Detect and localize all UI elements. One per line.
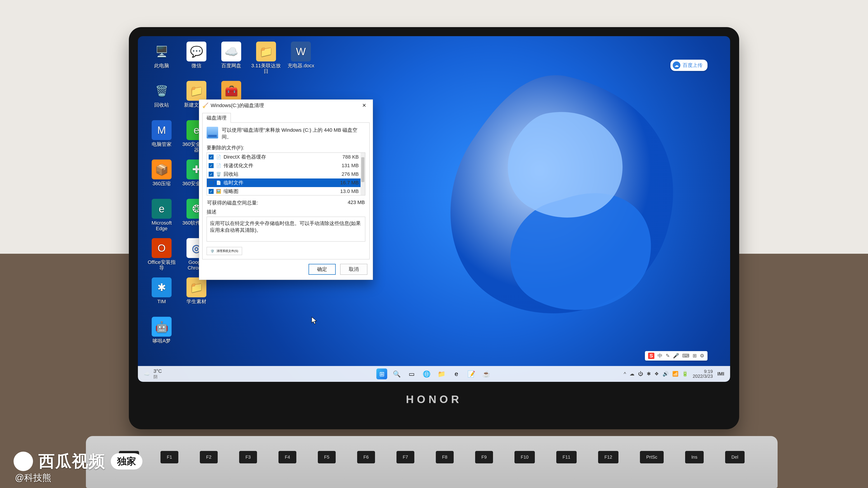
file-item-checkbox[interactable]: ✓: [209, 163, 214, 168]
laptop-base: EscF1F2F3F4F5F6F7F8F9F10F11F12PrtScInsDe…: [86, 436, 778, 488]
desktop-icon[interactable]: ✱TIM: [145, 278, 179, 316]
taskbar-app-button[interactable]: 🌐: [421, 368, 432, 379]
files-listbox[interactable]: ✓📄DirectX 着色器缓存788 KB✓📄传递优化文件131 MB✓🗑️回收…: [207, 153, 365, 195]
file-item-checkbox[interactable]: ✓: [209, 155, 214, 160]
desktop-icon[interactable]: eMicrosoft Edge: [145, 199, 179, 237]
desktop-icon[interactable]: OOffice安装指导: [145, 238, 179, 276]
watermark-site: 西瓜视频: [38, 451, 105, 472]
tray-icon[interactable]: ⏻: [638, 371, 643, 377]
tray-icon[interactable]: 🔋: [682, 371, 688, 377]
taskbar-app-button[interactable]: 📝: [466, 368, 477, 379]
cancel-button[interactable]: 取消: [340, 264, 367, 275]
dialog-tabstrip: 磁盘清理: [199, 111, 373, 123]
desktop-icon[interactable]: 🤖哆啦A梦: [145, 317, 179, 355]
ime-item[interactable]: 中: [657, 352, 662, 359]
file-list-item[interactable]: 📄临时文件16.7 MB: [207, 178, 365, 187]
desktop-icon-label: TIM: [157, 299, 166, 304]
desktop-icon-label: 百度网盘: [221, 63, 241, 68]
taskbar-app-button[interactable]: ☕: [481, 368, 492, 379]
search-button[interactable]: 🔍: [391, 368, 402, 379]
file-item-checkbox[interactable]: ✓: [209, 172, 214, 177]
file-item-size: 131 MB: [342, 163, 359, 168]
tray-icon[interactable]: 📶: [672, 371, 678, 377]
taskbar-app-button[interactable]: e: [451, 368, 462, 379]
start-button[interactable]: ⊞: [376, 368, 387, 379]
file-item-checkbox[interactable]: ✓: [209, 189, 214, 194]
cloud-upload-label: 百度上传: [683, 62, 703, 69]
laptop-body: 🖥️此电脑💬微信☁️百度网盘📁3.11美联达放日W充电器.docx🗑️回收站📁新…: [129, 27, 739, 429]
ime-floating-bar[interactable]: S 中✎🎤⌨⊞⚙: [645, 351, 708, 361]
dialog-titlebar[interactable]: 🧹 Windows(C:)的磁盘清理 ✕: [199, 100, 373, 111]
file-item-icon: 📄: [216, 154, 221, 160]
tab-disk-cleanup[interactable]: 磁盘清理: [202, 113, 231, 123]
desktop-icon-glyph: 📦: [152, 160, 172, 180]
file-item-checkbox[interactable]: [209, 180, 214, 185]
clean-system-files-button[interactable]: 🛡️ 清理系统文件(S): [207, 247, 242, 255]
ime-item[interactable]: ⚙: [700, 353, 704, 359]
desktop-icon[interactable]: 📁学生素材: [180, 278, 213, 316]
ime-item[interactable]: ✎: [666, 353, 670, 359]
desktop-icon-label: 学生素材: [186, 299, 206, 304]
cloud-upload-pill[interactable]: ☁ 百度上传: [671, 60, 708, 71]
ime-item[interactable]: ⊞: [692, 353, 697, 359]
desktop-icon[interactable]: 🗑️回收站: [145, 81, 179, 119]
laptop-screen: 🖥️此电脑💬微信☁️百度网盘📁3.11美联达放日W充电器.docx🗑️回收站📁新…: [138, 36, 730, 382]
weather-temp: 3°C: [153, 368, 162, 374]
ime-logo-icon: S: [648, 353, 654, 359]
tray-icon[interactable]: ❖: [654, 371, 659, 377]
desktop-icon-label: 回收站: [154, 102, 169, 108]
keyboard-key: Ins: [685, 451, 704, 463]
taskbar-app-button[interactable]: 📁: [436, 368, 447, 379]
windows-desktop[interactable]: 🖥️此电脑💬微信☁️百度网盘📁3.11美联达放日W充电器.docx🗑️回收站📁新…: [138, 36, 730, 382]
shield-icon: 🛡️: [211, 250, 214, 253]
listbox-scrollbar[interactable]: [361, 153, 365, 195]
cloud-icon: ☁: [673, 61, 680, 69]
tray-icon[interactable]: ^: [624, 371, 626, 377]
file-item-name: 回收站: [223, 171, 339, 177]
taskbar-app-button[interactable]: ▭: [406, 368, 417, 379]
tray-icon[interactable]: ✱: [647, 371, 651, 377]
file-list-item[interactable]: ✓📄传递优化文件131 MB: [207, 161, 365, 170]
file-item-icon: 📄: [216, 180, 221, 186]
desktop-icon[interactable]: 📁3.11美联达放日: [249, 41, 283, 80]
intro-row: 可以使用"磁盘清理"来释放 Windows (C:) 上的 440 MB 磁盘空…: [207, 127, 365, 140]
ok-button[interactable]: 确定: [309, 264, 336, 275]
ime-item[interactable]: ⌨: [682, 353, 689, 359]
tray-icon[interactable]: 🔊: [662, 371, 669, 377]
desktop-icon-glyph: 🖥️: [152, 41, 172, 61]
desktop-icon[interactable]: 📦360压缩: [145, 160, 179, 198]
desktop-icon[interactable]: M电脑管家: [145, 120, 179, 159]
disk-cleanup-dialog: 🧹 Windows(C:)的磁盘清理 ✕ 磁盘清理 可以使用"磁盘清理"来释放 …: [199, 99, 373, 280]
file-list-item[interactable]: ✓🖼️缩略图13.0 MB: [207, 187, 365, 195]
clean-system-files-label: 清理系统文件(S): [217, 249, 238, 253]
desktop-icon[interactable]: W充电器.docx: [284, 41, 318, 80]
desktop-icon-glyph: ✱: [152, 278, 172, 297]
taskbar-weather[interactable]: ☁️ 3°C 阴: [144, 368, 162, 380]
keyboard-key: F12: [598, 451, 618, 463]
dialog-button-bar: 确定 取消: [199, 259, 373, 280]
tray-icon[interactable]: ☁: [629, 371, 634, 377]
ime-item[interactable]: 🎤: [673, 353, 679, 359]
desktop-icon-glyph: ☁️: [221, 41, 241, 61]
keyboard-key: F3: [239, 451, 257, 463]
taskbar[interactable]: ☁️ 3°C 阴 ⊞🔍▭🌐📁e📝☕ ^☁⏻✱❖🔊📶🔋 9:19 2022/3/2…: [138, 366, 730, 382]
keyboard-key: Del: [725, 451, 745, 463]
file-item-icon: 📄: [216, 163, 221, 168]
file-list-item[interactable]: ✓🗑️回收站276 MB: [207, 170, 365, 178]
taskbar-center: ⊞🔍▭🌐📁e📝☕: [376, 368, 492, 379]
desktop-icon[interactable]: ☁️百度网盘: [214, 41, 248, 80]
desktop-icon[interactable]: 🖥️此电脑: [145, 41, 179, 80]
keyboard-key: F8: [436, 451, 454, 463]
desktop-icon[interactable]: 💬微信: [180, 41, 213, 80]
desktop-icon-glyph: W: [291, 41, 311, 61]
file-item-size: 13.0 MB: [340, 188, 359, 194]
clock-time: 9:19: [692, 369, 713, 374]
taskbar-clock[interactable]: 9:19 2022/3/23: [692, 369, 713, 379]
close-button[interactable]: ✕: [358, 101, 370, 110]
desktop-icon-glyph: M: [152, 120, 172, 140]
watermark-badge: 独家: [111, 453, 143, 469]
desktop-icon-glyph: 💬: [186, 41, 206, 61]
description-text: 应用可以在特定文件夹中存储临时信息。可以手动清除这些信息(如果应用未自动将其清除…: [210, 221, 361, 233]
description-label: 描述: [207, 208, 365, 215]
file-list-item[interactable]: ✓📄DirectX 着色器缓存788 KB: [207, 153, 365, 161]
